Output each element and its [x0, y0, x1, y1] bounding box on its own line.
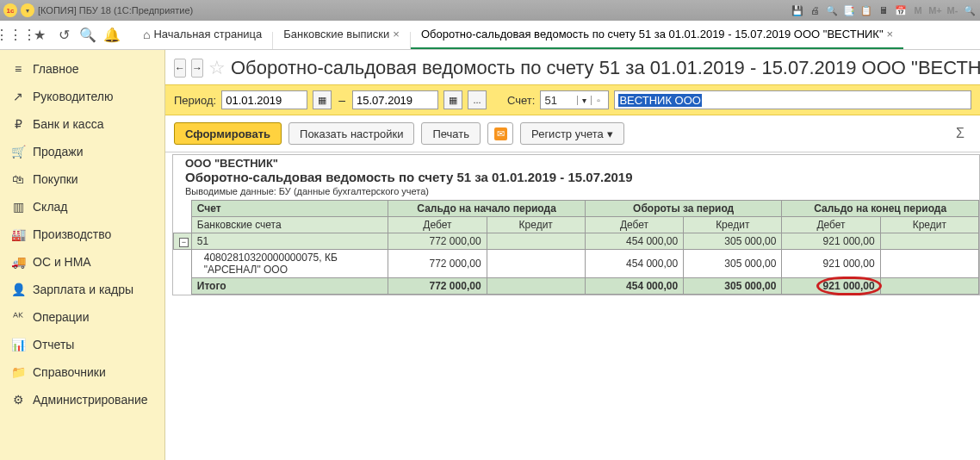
col-credit: Кредит: [487, 217, 585, 233]
period-label: Период:: [174, 94, 216, 107]
sidebar-item-label: Зарплата и кадры: [33, 283, 133, 296]
sidebar-item-operations[interactable]: ᴬᴷОперации: [0, 303, 164, 331]
chart-up-icon: ↗: [10, 90, 26, 103]
calendar-from-icon[interactable]: ▦: [313, 90, 332, 109]
sidebar-item-manager[interactable]: ↗Руководителю: [0, 83, 164, 110]
cell-value: 772 000,00: [388, 250, 487, 278]
date-from-input[interactable]: [221, 90, 307, 109]
calendar-icon[interactable]: 📅: [894, 3, 908, 17]
cell-value: 305 000,00: [684, 250, 782, 278]
sidebar-item-production[interactable]: 🏭Производство: [0, 221, 164, 248]
m-minus-icon[interactable]: M-: [946, 3, 959, 17]
cell-value: [880, 250, 978, 278]
tab-home[interactable]: ⌂Начальная страница: [133, 21, 272, 49]
window-title: [КОПИЯ] ПБУ 18 (1С:Предприятие): [38, 5, 193, 16]
period-picker-button[interactable]: ...: [468, 90, 487, 109]
back-button[interactable]: ←: [174, 59, 186, 78]
col-account: Счет: [191, 201, 388, 217]
cell-value: [487, 250, 585, 278]
sidebar-item-label: Администрирование: [33, 393, 148, 407]
date-dash: –: [337, 93, 347, 107]
tab-bank-label: Банковские выписки: [283, 28, 389, 40]
form-button[interactable]: Сформировать: [174, 122, 282, 145]
sidebar-item-assets[interactable]: 🚚ОС и НМА: [0, 248, 164, 276]
copy-icon[interactable]: 📋: [859, 3, 873, 17]
account-dropdown-icon[interactable]: ▾: [577, 96, 591, 105]
cell-value: 772 000,00: [388, 278, 487, 295]
sidebar: ≡Главное ↗Руководителю ₽Банк и касса 🛒Пр…: [0, 50, 165, 460]
print-icon[interactable]: 🖨: [808, 3, 822, 17]
apps-icon[interactable]: ⋮⋮⋮: [3, 23, 28, 47]
register-label: Регистр учета: [531, 127, 604, 140]
tab-home-label: Начальная страница: [153, 28, 262, 40]
sidebar-item-purchases[interactable]: 🛍Покупки: [0, 165, 164, 193]
sum-button[interactable]: Σ: [949, 126, 971, 141]
cell-account: 51: [191, 233, 388, 250]
menu-icon: ≡: [10, 62, 26, 76]
preview-icon[interactable]: 🔍: [825, 3, 839, 17]
col-credit: Кредит: [880, 217, 978, 233]
gear-icon: ⚙: [10, 393, 26, 407]
sidebar-item-bank[interactable]: ₽Банк и касса: [0, 110, 164, 138]
print-button[interactable]: Печать: [421, 122, 481, 145]
col-open: Сальдо на начало периода: [388, 201, 586, 217]
sidebar-item-reports[interactable]: 📊Отчеты: [0, 331, 164, 358]
cell-account: 40802810320000000075, КБ "АРСЕНАЛ" ООО: [191, 250, 388, 278]
organization-value: ВЕСТНИК ООО: [618, 94, 702, 107]
sidebar-item-label: Производство: [33, 227, 111, 241]
account-open-icon[interactable]: ▫: [591, 96, 605, 105]
account-label: Счет:: [507, 94, 535, 107]
show-settings-button[interactable]: Показать настройки: [288, 122, 414, 145]
cell-value: 305 000,00: [684, 233, 782, 250]
sidebar-item-label: Покупки: [33, 172, 78, 186]
m-icon[interactable]: M: [911, 3, 925, 17]
m-plus-icon[interactable]: M+: [928, 3, 942, 17]
tab-turnover-report[interactable]: Оборотно-сальдовая ведомость по счету 51…: [411, 21, 903, 49]
factory-icon: 🏭: [10, 227, 26, 241]
app-dropdown-icon[interactable]: ▾: [21, 3, 34, 17]
close-icon[interactable]: ×: [393, 28, 400, 40]
favorite-icon[interactable]: ★: [28, 23, 52, 47]
sidebar-item-admin[interactable]: ⚙Администрирование: [0, 386, 164, 413]
date-to-input[interactable]: [352, 90, 438, 109]
close-icon[interactable]: ×: [887, 28, 894, 40]
sidebar-item-salary[interactable]: 👤Зарплата и кадры: [0, 276, 164, 303]
action-bar: Сформировать Показать настройки Печать ✉…: [165, 115, 980, 152]
sidebar-item-label: Главное: [33, 62, 79, 76]
calc-icon[interactable]: 🖩: [877, 3, 890, 17]
register-button[interactable]: Регистр учета ▾: [520, 122, 624, 145]
organization-input[interactable]: ВЕСТНИК ООО: [614, 90, 971, 109]
history-icon[interactable]: ↺: [52, 23, 76, 47]
sidebar-item-label: Банк и касса: [33, 117, 103, 131]
forward-button[interactable]: →: [191, 59, 203, 78]
account-input[interactable]: 51▾▫: [540, 90, 609, 109]
cell-value: 772 000,00: [388, 233, 487, 250]
email-button[interactable]: ✉: [487, 122, 513, 145]
col-bank: Банковские счета: [191, 217, 388, 233]
table-total-row: Итого 772 000,00 454 000,00 305 000,00 9…: [174, 278, 979, 295]
sidebar-item-label: Отчеты: [33, 338, 74, 351]
cell-value: [487, 233, 585, 250]
sidebar-item-sales[interactable]: 🛒Продажи: [0, 138, 164, 165]
cell-total-label: Итого: [191, 278, 388, 295]
sidebar-item-warehouse[interactable]: ▥Склад: [0, 193, 164, 221]
compare-icon[interactable]: 📑: [842, 3, 856, 17]
content-area: ← → ☆ Оборотно-сальдовая ведомость по сч…: [165, 50, 980, 460]
sidebar-item-directories[interactable]: 📁Справочники: [0, 358, 164, 386]
col-debit: Дебет: [388, 217, 487, 233]
table-row[interactable]: 40802810320000000075, КБ "АРСЕНАЛ" ООО 7…: [174, 250, 979, 278]
sidebar-item-main[interactable]: ≡Главное: [0, 55, 164, 83]
sidebar-item-label: Руководителю: [33, 90, 113, 103]
dtkt-icon: ᴬᴷ: [10, 310, 26, 324]
report-area: ООО "ВЕСТНИК" Оборотно-сальдовая ведомос…: [165, 152, 980, 460]
search-icon[interactable]: 🔍: [76, 23, 100, 47]
report-org: ООО "ВЕСТНИК": [173, 155, 979, 170]
calendar-to-icon[interactable]: ▦: [443, 90, 462, 109]
collapse-icon[interactable]: −: [179, 238, 189, 247]
zoom-icon[interactable]: 🔍: [963, 3, 977, 17]
favorite-star-icon[interactable]: ☆: [208, 57, 226, 79]
bell-icon[interactable]: 🔔: [100, 23, 124, 47]
save-icon[interactable]: 💾: [791, 3, 804, 17]
tab-bank-statements[interactable]: Банковские выписки×: [273, 21, 410, 49]
table-row[interactable]: − 51 772 000,00 454 000,00 305 000,00 92…: [174, 233, 979, 250]
